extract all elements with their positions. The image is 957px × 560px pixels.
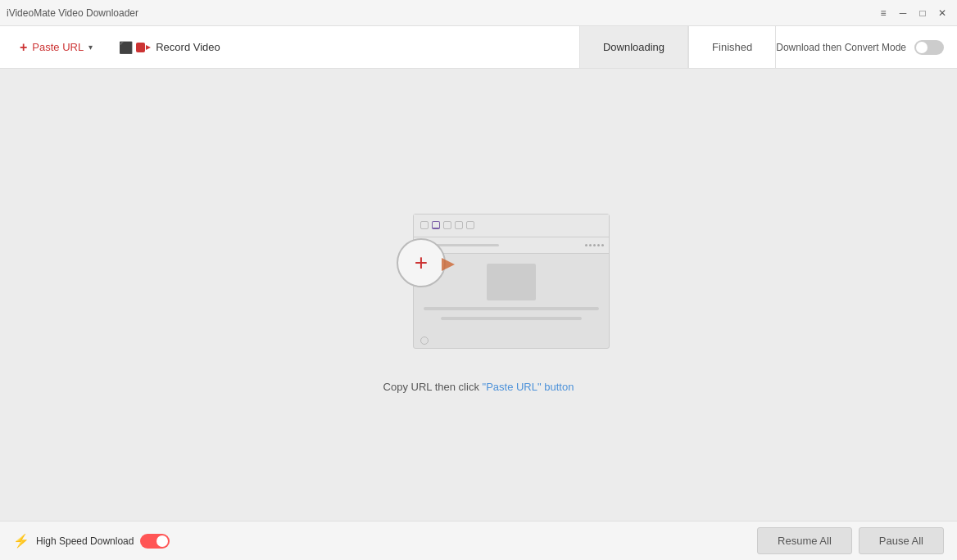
- illustration: [347, 197, 610, 361]
- main-content: Copy URL then click "Paste URL" button: [0, 69, 957, 521]
- high-speed-toggle[interactable]: [140, 534, 170, 549]
- pause-all-button[interactable]: Pause All: [859, 527, 944, 554]
- url-dot-2: [589, 244, 592, 246]
- menu-button[interactable]: ≡: [875, 5, 891, 21]
- url-dot-4: [597, 244, 600, 246]
- record-icon: ⬛: [119, 41, 133, 54]
- paste-url-button[interactable]: + Paste URL ▾: [13, 35, 99, 60]
- maximize-button[interactable]: □: [914, 5, 931, 21]
- title-bar: iVideoMate Video Downloader ≡ ─ □ ✕: [0, 0, 957, 26]
- bottom-right: Resume All Pause All: [757, 527, 944, 554]
- browser-tab-1: [420, 221, 429, 229]
- browser-footer-circle: [420, 336, 429, 345]
- toolbar-right: Download then Convert Mode: [776, 40, 944, 55]
- hint-text-highlight: "Paste URL" button: [483, 381, 574, 393]
- close-button[interactable]: ✕: [934, 5, 950, 21]
- record-video-label: Record Video: [156, 41, 220, 53]
- minimize-button[interactable]: ─: [895, 5, 911, 21]
- paste-url-label: Paste URL: [32, 41, 84, 53]
- window-controls: ≡ ─ □ ✕: [875, 5, 950, 21]
- browser-image-placeholder: [487, 264, 536, 300]
- toggle-knob: [916, 42, 928, 53]
- browser-text-line-2: [441, 317, 581, 320]
- add-circle-icon: [397, 238, 446, 287]
- arrow-indicator: [442, 258, 455, 273]
- record-video-button[interactable]: ⬛ Record Video: [112, 36, 227, 59]
- tab-downloading[interactable]: Downloading: [579, 26, 688, 68]
- url-dot-1: [585, 244, 587, 246]
- bottom-left: ⚡ High Speed Download: [13, 533, 170, 549]
- url-bar-dots: [585, 244, 604, 246]
- toolbar-left: + Paste URL ▾ ⬛ Record Video: [13, 35, 579, 60]
- high-speed-toggle-knob: [156, 535, 168, 547]
- resume-all-button[interactable]: Resume All: [757, 527, 852, 554]
- browser-tab-5: [466, 221, 474, 229]
- high-speed-label: High Speed Download: [36, 535, 134, 547]
- browser-text-line-1: [424, 307, 599, 310]
- convert-mode-toggle[interactable]: [914, 40, 944, 55]
- browser-tab-4: [455, 221, 463, 229]
- svg-rect-0: [136, 43, 145, 52]
- svg-marker-2: [442, 258, 455, 271]
- browser-mockup: [413, 214, 610, 349]
- browser-top-bar: [414, 215, 609, 237]
- toolbar: + Paste URL ▾ ⬛ Record Video Downloading…: [0, 26, 957, 69]
- tab-finished[interactable]: Finished: [688, 26, 776, 68]
- url-dot-3: [593, 244, 596, 246]
- app-title: iVideoMate Video Downloader: [7, 7, 138, 19]
- hint-text-main: Copy URL then click: [383, 381, 483, 393]
- mode-label: Download then Convert Mode: [776, 42, 906, 53]
- lightning-icon: ⚡: [13, 533, 29, 549]
- url-bar-text: [433, 244, 499, 246]
- browser-tab-2: [432, 221, 440, 229]
- plus-icon: +: [20, 40, 27, 55]
- svg-marker-1: [146, 45, 151, 50]
- hint-text: Copy URL then click "Paste URL" button: [383, 381, 574, 393]
- dropdown-arrow-icon: ▾: [88, 43, 93, 52]
- url-dot-5: [601, 244, 604, 246]
- bottom-bar: ⚡ High Speed Download Resume All Pause A…: [0, 521, 957, 560]
- browser-tab-3: [443, 221, 451, 229]
- tabs-container: Downloading Finished: [579, 26, 776, 68]
- record-video-icon: [136, 42, 151, 53]
